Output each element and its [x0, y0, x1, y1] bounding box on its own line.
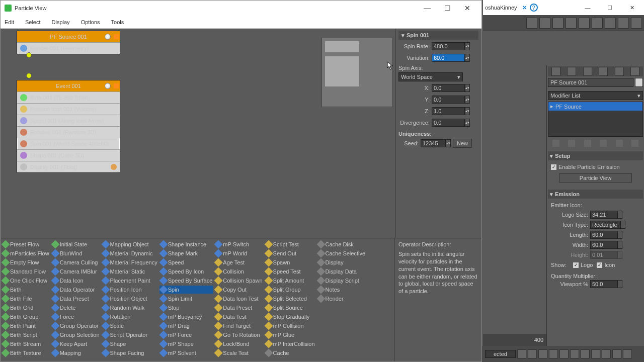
menu-tools[interactable]: Tools — [109, 18, 126, 27]
depot-item[interactable]: Stop — [159, 304, 214, 312]
depot-grid[interactable]: Preset FlowmParticles FlowEmpty FlowStan… — [1, 238, 394, 361]
nav-icon[interactable] — [581, 349, 590, 358]
depot-item[interactable]: Cache — [265, 349, 316, 357]
depot-item[interactable]: mP Buoyancy — [159, 313, 214, 321]
spinner[interactable]: ▴▾ — [465, 84, 470, 92]
depot-item[interactable]: Go To Rotation — [214, 331, 263, 339]
play-icon[interactable] — [538, 349, 547, 358]
navigator-overview[interactable] — [321, 38, 393, 107]
depot-item[interactable]: Spawn — [265, 258, 316, 266]
depot-item[interactable]: Group Selection — [51, 331, 101, 339]
op-row[interactable]: Position Icon 001 (Volume) — [17, 103, 120, 115]
menu-edit[interactable]: Edit — [3, 18, 16, 27]
motion-tab-icon[interactable] — [599, 67, 608, 76]
depot-item[interactable]: Spin — [159, 286, 214, 294]
depot-item[interactable]: Age Test — [214, 258, 263, 266]
op-row[interactable]: Rotation 001 (Random 3D) — [17, 126, 120, 138]
event001-node[interactable]: Event 001 Birth 001 (75-350 T:688)Positi… — [17, 80, 120, 173]
enable-emission-checkbox[interactable]: ✓Enable Particle Emission — [551, 162, 640, 171]
toolbar-icon[interactable] — [539, 18, 550, 29]
play-end-icon[interactable] — [559, 349, 569, 358]
collapse-icon[interactable]: ▾ — [401, 32, 405, 39]
depot-item[interactable]: Shape Facing — [102, 349, 158, 357]
depot-item[interactable]: Delete — [51, 304, 101, 312]
depot-item[interactable]: Group Operator — [51, 322, 101, 330]
config-icon[interactable] — [631, 140, 638, 147]
depot-item[interactable]: Speed By Surface — [159, 277, 214, 285]
show-icon-checkbox[interactable]: ✓Icon — [597, 260, 615, 269]
op-row[interactable]: Display 001 (Ticks) — [17, 161, 120, 172]
event-canvas[interactable]: PF Source 001 Render 001 (Geometry) Even… — [1, 29, 395, 238]
depot-item[interactable]: Script Test — [265, 240, 316, 248]
depot-item[interactable]: Data Preset — [51, 295, 101, 303]
spinrate-field[interactable]: 480.0 — [432, 42, 465, 50]
depot-item[interactable]: Data Icon — [51, 277, 101, 285]
op-row[interactable]: Speed 001 (Along Icon Arrow) — [17, 115, 120, 126]
depot-item[interactable]: Keep Apart — [51, 340, 101, 348]
tool-icon[interactable] — [600, 140, 607, 147]
depot-item[interactable]: Script Operator — [102, 331, 158, 339]
toggle-icon[interactable] — [114, 34, 119, 39]
depot-item[interactable]: Split Selected — [265, 295, 316, 303]
spinner[interactable]: ▴▾ — [465, 96, 470, 104]
depot-item[interactable]: Birth Paint — [2, 322, 50, 330]
depot-item[interactable]: mP World — [214, 249, 263, 257]
spinner[interactable]: ▴▾ — [446, 139, 451, 147]
toolbar-icon[interactable] — [566, 18, 577, 29]
depot-item[interactable]: mP Switch — [214, 240, 263, 248]
menu-select[interactable]: Select — [23, 18, 43, 27]
depot-item[interactable]: Birth Texture — [2, 349, 50, 357]
depot-item[interactable]: Mapping — [51, 349, 101, 357]
modify-tab-icon[interactable] — [567, 67, 576, 76]
depot-item[interactable]: Display — [317, 258, 367, 266]
spinner[interactable]: ▴▾ — [465, 107, 470, 115]
modifier-list-dropdown[interactable]: Modifier List▾ — [548, 91, 643, 100]
timeline-ruler[interactable]: 400 — [483, 334, 546, 346]
chevron-down-icon[interactable] — [620, 221, 625, 229]
display-tab-icon[interactable] — [615, 67, 624, 76]
op-row[interactable]: Shape 001 (Cube 3D) — [17, 149, 120, 161]
variation-field[interactable]: 60.0 — [432, 54, 465, 62]
depot-item[interactable]: Notes — [317, 286, 367, 294]
depot-item[interactable]: Scale Test — [214, 349, 263, 357]
depot-item[interactable]: Shape — [102, 340, 158, 348]
toolbar-icon[interactable] — [631, 18, 642, 29]
depot-item[interactable]: Material Static — [102, 267, 158, 276]
depot-item[interactable]: Speed — [159, 258, 214, 266]
toolbar-icon[interactable] — [605, 18, 616, 29]
spinner[interactable] — [617, 211, 622, 219]
depot-item[interactable]: Scale — [102, 322, 158, 330]
depot-item[interactable]: Data Operator — [51, 286, 101, 294]
depot-item[interactable]: Position Object — [102, 295, 158, 303]
viewport-pct-field[interactable]: 50.0 — [590, 280, 617, 288]
depot-item[interactable]: Camera IMBlur — [51, 267, 101, 276]
spinner[interactable] — [617, 231, 622, 239]
host-maximize-button[interactable]: ☐ — [600, 1, 620, 15]
y-field[interactable]: 0.0 — [432, 96, 465, 104]
depot-item[interactable]: Split Group — [265, 286, 316, 294]
minimize-button[interactable]: — — [417, 1, 437, 15]
stack-item-pfsource[interactable]: ▸PF Source — [548, 102, 642, 111]
particle-view-button[interactable]: Particle View — [559, 173, 632, 183]
color-swatch[interactable] — [635, 78, 643, 87]
host-close-button[interactable]: ✕ — [622, 1, 642, 15]
depot-item[interactable]: Display Script — [317, 277, 367, 285]
toggle-icon[interactable] — [114, 83, 119, 88]
play-prev-icon[interactable] — [528, 349, 537, 358]
lamp-icon[interactable] — [105, 34, 111, 40]
show-logo-checkbox[interactable]: ✓Logo — [573, 260, 593, 269]
depot-item[interactable]: Find Target — [214, 322, 263, 330]
depot-item[interactable]: mP Solvent — [159, 349, 214, 357]
toolbar-icon[interactable] — [618, 18, 629, 29]
depot-item[interactable]: Camera Culling — [51, 258, 101, 266]
depot-item[interactable]: Data Test — [214, 313, 263, 321]
depot-item[interactable]: Rotation — [102, 313, 158, 321]
depot-item[interactable]: Shape Mark — [159, 249, 214, 257]
depot-item[interactable]: Speed Test — [265, 267, 316, 276]
op-row[interactable]: Spin 001 (World Space 480±60) — [17, 138, 120, 149]
depot-item[interactable]: Shape Instance — [159, 240, 214, 248]
spinner[interactable]: ▴▾ — [465, 119, 470, 127]
nav-icon[interactable] — [623, 349, 632, 358]
depot-item[interactable]: mP Shape — [159, 340, 214, 348]
depot-item[interactable]: mP Glue — [265, 331, 316, 339]
